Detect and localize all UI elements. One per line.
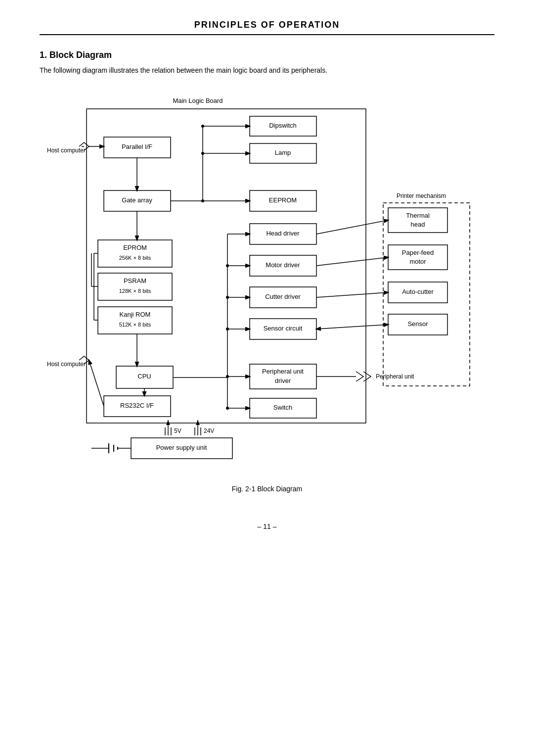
peripheral-driver-box-2: driver xyxy=(275,377,291,384)
paper-feed-box: Paper-feed xyxy=(402,249,434,256)
svg-point-51 xyxy=(226,407,229,410)
svg-line-56 xyxy=(316,220,388,234)
page: PRINCIPLES OF OPERATION 1. Block Diagram… xyxy=(0,0,534,756)
sensor-box: Sensor xyxy=(407,320,428,328)
5v-label: 5V xyxy=(174,427,181,434)
psram-sub: 128K × 8 bits xyxy=(119,288,151,294)
svg-point-14 xyxy=(201,152,204,155)
main-logic-board-label: Main Logic Board xyxy=(173,97,222,104)
sensor-circuit-box: Sensor circuit xyxy=(264,325,303,332)
host-computer-top-label: Host computer xyxy=(47,147,86,154)
rs232c-box: RS232C I/F xyxy=(120,402,154,409)
svg-point-49 xyxy=(226,328,229,331)
lamp-box: Lamp xyxy=(275,149,291,156)
cutter-driver-box: Cutter driver xyxy=(265,293,301,300)
printer-mechanism-label: Printer mechanism xyxy=(397,192,446,199)
thermal-head-box-2: head xyxy=(411,221,425,228)
description: The following diagram illustrates the re… xyxy=(40,66,494,74)
parallel-if-box: Parallel I/F xyxy=(122,143,152,150)
svg-line-58 xyxy=(316,292,388,297)
svg-line-57 xyxy=(316,257,388,266)
block-diagram: Main Logic Board Printer mechanism Host … xyxy=(44,89,490,475)
peripheral-unit-right-label: Peripheral unit xyxy=(376,373,414,380)
host-computer-bottom-label: Host computer xyxy=(47,361,86,368)
svg-point-50 xyxy=(226,375,229,378)
diagram-wrapper: Main Logic Board Printer mechanism Host … xyxy=(44,89,490,477)
24v-label: 24V xyxy=(204,427,214,434)
svg-point-48 xyxy=(226,296,229,299)
thermal-head-box: Thermal xyxy=(406,212,430,219)
gate-array-box: Gate array xyxy=(122,196,152,204)
section-title: 1. Block Diagram xyxy=(40,50,494,60)
auto-cutter-box: Auto-cutter xyxy=(402,288,434,295)
page-number: – 11 – xyxy=(40,522,494,530)
svg-point-15 xyxy=(201,125,204,128)
svg-line-59 xyxy=(316,325,388,329)
svg-line-32 xyxy=(89,360,104,406)
svg-point-47 xyxy=(226,264,229,267)
fig-caption: Fig. 2-1 Block Diagram xyxy=(40,485,494,493)
power-supply-box: Power supply unit xyxy=(156,444,207,451)
dipswitch-box: Dipswitch xyxy=(269,122,297,129)
eprom-box: EPROM xyxy=(123,244,147,251)
eeprom-box: EEPROM xyxy=(269,196,297,204)
kanji-rom-sub: 512K × 8 bits xyxy=(119,322,151,328)
psram-box: PSRAM xyxy=(124,277,146,284)
kanji-rom-box: Kanji ROM xyxy=(120,311,151,318)
page-title: PRINCIPLES OF OPERATION xyxy=(40,20,494,35)
head-driver-box: Head driver xyxy=(266,230,300,237)
motor-driver-box: Motor driver xyxy=(266,261,300,269)
cpu-box: CPU xyxy=(137,373,151,380)
svg-point-16 xyxy=(201,199,204,202)
peripheral-driver-box: Peripheral unit xyxy=(262,368,304,375)
eprom-sub: 256K × 8 bits xyxy=(119,255,151,261)
switch-box: Switch xyxy=(273,404,292,411)
paper-feed-box-2: motor xyxy=(409,258,426,265)
